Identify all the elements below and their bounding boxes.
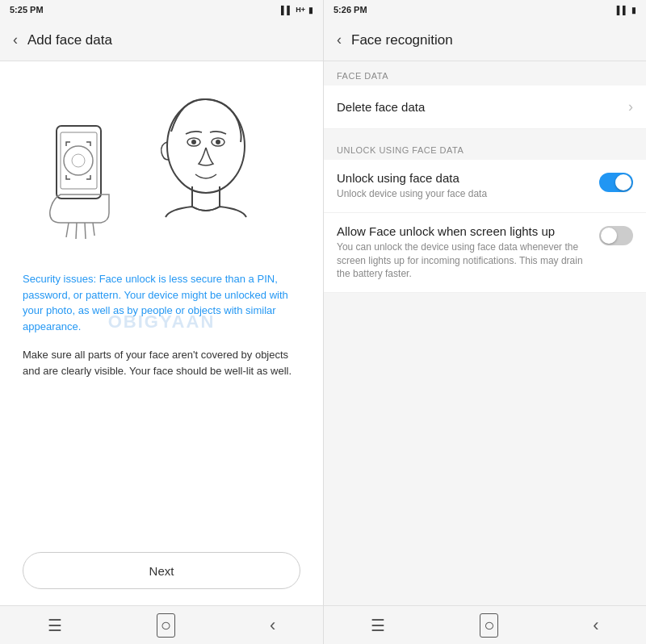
right-nav-back-icon[interactable]: ‹ [593, 615, 598, 636]
right-status-bar: 5:26 PM ▌▌ ▮ [324, 0, 646, 19]
unlock-section-label: UNLOCK USING FACE DATA [324, 136, 646, 160]
allow-face-unlock-toggle-thumb [601, 228, 617, 244]
unlock-face-data-subtitle: Unlock device using your face data [337, 187, 589, 201]
left-nav-menu-icon[interactable]: ☰ [48, 616, 62, 635]
left-status-time: 5:25 PM [10, 5, 44, 15]
allow-face-unlock-toggle[interactable] [599, 226, 633, 245]
left-status-bar: 5:25 PM ▌▌ H+ ▮ [0, 0, 323, 19]
security-warning-text: Security issues: Face unlock is less sec… [23, 271, 300, 334]
left-nav-back-icon[interactable]: ‹ [270, 615, 275, 636]
right-status-icons: ▌▌ ▮ [617, 6, 636, 15]
allow-face-unlock-item: Allow Face unlock when screen lights up … [324, 213, 646, 293]
svg-line-5 [76, 223, 77, 239]
left-status-icons: ▌▌ H+ ▮ [281, 6, 313, 15]
right-signal-icon: ▌▌ [617, 6, 628, 15]
allow-face-unlock-info: Allow Face unlock when screen lights up … [337, 224, 589, 281]
right-battery-icon: ▮ [631, 6, 636, 15]
left-panel: 5:25 PM ▌▌ H+ ▮ ‹ Add face data [0, 0, 323, 644]
unlock-face-data-item: Unlock using face data Unlock device usi… [324, 160, 646, 213]
right-nav-menu-icon[interactable]: ☰ [371, 616, 385, 635]
delete-face-data-chevron-icon: › [628, 98, 633, 115]
network-icon: H+ [296, 6, 305, 14]
right-panel: 5:26 PM ▌▌ ▮ ‹ Face recognition FACE DAT… [323, 0, 646, 644]
left-main-content: Security issues: Face unlock is less sec… [0, 61, 323, 539]
next-button[interactable]: Next [23, 552, 300, 589]
svg-point-12 [216, 140, 220, 144]
left-bottom-nav: ☰ ○ ‹ [0, 605, 323, 644]
right-header: ‹ Face recognition [324, 19, 646, 61]
unlock-face-data-toggle[interactable] [599, 173, 633, 192]
left-nav-home-icon[interactable]: ○ [157, 613, 175, 638]
right-back-button[interactable]: ‹ [337, 31, 342, 48]
svg-rect-1 [61, 132, 97, 189]
left-header-title: Add face data [27, 32, 112, 48]
right-bottom-nav: ☰ ○ ‹ [324, 605, 646, 644]
battery-icon: ▮ [308, 6, 313, 15]
delete-face-data-label: Delete face data [337, 100, 425, 114]
unlock-face-data-info: Unlock using face data Unlock device usi… [337, 171, 589, 201]
face-illustration [23, 77, 300, 255]
allow-face-unlock-title: Allow Face unlock when screen lights up [337, 224, 589, 238]
svg-line-6 [85, 223, 86, 239]
svg-line-4 [66, 223, 69, 237]
right-header-title: Face recognition [351, 32, 453, 48]
allow-face-unlock-subtitle: You can unlock the device using face dat… [337, 240, 589, 281]
svg-point-2 [64, 146, 93, 175]
svg-line-7 [93, 223, 94, 236]
signal-icon: ▌▌ [281, 6, 292, 15]
left-back-button[interactable]: ‹ [13, 31, 18, 48]
right-main-content: FACE DATA Delete face data › UNLOCK USIN… [324, 61, 646, 605]
next-button-container: Next [0, 539, 323, 605]
section-divider [324, 129, 646, 136]
svg-rect-0 [57, 126, 101, 199]
svg-point-3 [72, 154, 85, 167]
delete-face-data-item[interactable]: Delete face data › [324, 86, 646, 129]
right-nav-home-icon[interactable]: ○ [480, 613, 498, 638]
face-data-section-label: FACE DATA [324, 61, 646, 86]
svg-point-10 [191, 140, 196, 144]
right-status-time: 5:26 PM [333, 5, 367, 15]
face-tips-text: Make sure all parts of your face aren't … [23, 347, 300, 378]
unlock-face-data-title: Unlock using face data [337, 171, 589, 185]
left-header: ‹ Add face data [0, 19, 323, 61]
unlock-face-data-toggle-thumb [615, 174, 631, 190]
